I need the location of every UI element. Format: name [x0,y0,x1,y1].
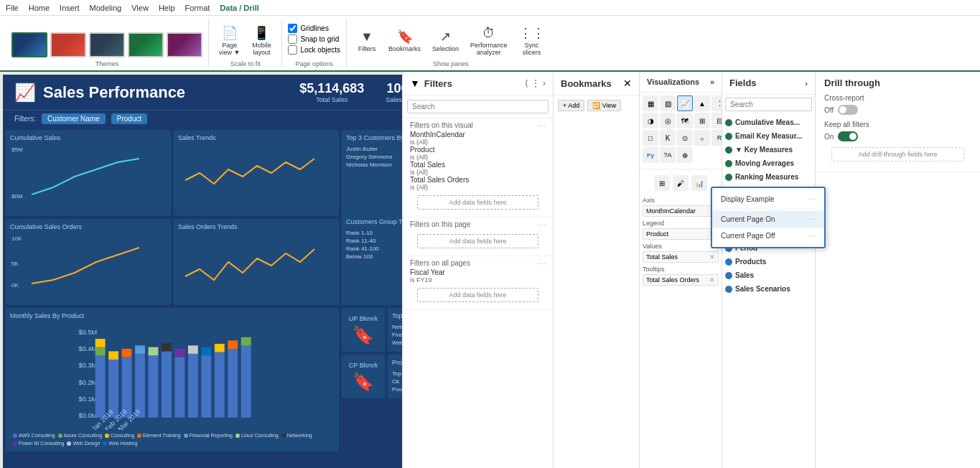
add-fields-page[interactable]: Add data fields here [417,234,538,248]
viz-stacked-icon[interactable]: ▧ [660,95,676,111]
top3-customers-card[interactable]: Top 3 Customers By Sales Justin Butler G… [342,130,402,305]
values-remove-icon[interactable]: ✕ [709,253,715,261]
filters-btn[interactable]: ▼ Filters [353,28,381,54]
field-group-sales-header[interactable]: Sales [725,270,812,281]
bookmarks-view-btn[interactable]: 🔁 View [587,100,621,111]
menu-file[interactable]: File [6,4,19,12]
popup-current-on[interactable]: Current Page On ⋯ [712,211,824,228]
filter-total-orders[interactable]: Total Sales Orders is (All) [410,176,546,191]
viz-pie-icon[interactable]: ◑ [643,113,658,128]
sales-orders-trends-card[interactable]: Sales Orders Trends [174,219,339,305]
lock-objects-check[interactable]: Lock objects [288,45,340,55]
menu-data-drill[interactable]: Data / Drill [220,4,258,12]
bookmarks-btn[interactable]: 🔖 Bookmarks [384,27,425,54]
theme-1[interactable] [11,32,47,57]
filter-search-input[interactable] [407,100,549,113]
field-group-moving-header[interactable]: Moving Averages [725,158,812,169]
cross-report-toggle[interactable]: Off [824,105,971,115]
viz-table-icon[interactable]: ⊞ [694,113,710,128]
menu-view[interactable]: View [131,4,149,12]
filters-on-visual-options[interactable]: ⋯ [538,122,546,130]
perf-btn[interactable]: ⏱ Performanceanalyzer [466,24,512,57]
viz-qna-icon[interactable]: ?A [660,147,676,163]
selection-btn[interactable]: ↗ Selection [428,27,463,54]
theme-3[interactable] [89,32,125,57]
add-fields-all[interactable]: Add data fields here [417,288,538,302]
products-group-card[interactable]: Products Group Top Rankings Top Ok Poor [388,355,402,398]
filters-on-page-options[interactable]: ⋯ [538,221,546,229]
viz-line-icon[interactable]: 📈 [677,95,693,111]
viz-scatter-icon[interactable]: ⁚ [711,95,722,111]
gridlines-check[interactable]: Gridlines [288,24,340,33]
viz-matrix-icon[interactable]: ⊟ [711,113,722,128]
monthly-sales-card[interactable]: Monthly Sales By Product $0.5M $0.4M $0.… [6,308,339,451]
viz-r-icon[interactable]: R [711,130,722,146]
cumulative-sales-orders-card[interactable]: Cumulative Sales Orders 10K 5K 0K [6,219,171,305]
format-icon[interactable]: 🖌 [673,175,689,191]
menu-help[interactable]: Help [159,4,175,12]
viz-custom-icon[interactable]: ⊕ [677,147,693,163]
field-group-cumulative-header[interactable]: Cumulative Meas... [725,117,812,128]
filter-fiscal-year[interactable]: Fiscal Year is FY19 [410,268,546,284]
viz-donut-icon[interactable]: ◎ [660,113,676,128]
values-dropdown[interactable]: Total Sales ✕ [643,251,719,263]
cumulative-sales-card[interactable]: Cumulative Sales $5M $0M Jan 2019 Apr 20… [6,130,171,216]
popup-current-off-options[interactable]: ⋯ [808,232,816,240]
top3-products-card[interactable]: Top 3 Products By Sales Networking Finan… [388,308,402,352]
add-drill-fields-btn[interactable]: Add drill-through fields here [831,147,964,162]
field-group-email-header[interactable]: Email Key Measur... [725,131,812,141]
filters-options-icon[interactable]: ⋮ [531,78,540,88]
viz-funnel-icon[interactable]: ⬦ [694,130,710,146]
page-view-btn[interactable]: 📄 Pageview ▼ [215,24,244,57]
field-group-keymeasures-header[interactable]: ▼ Key Measures [725,144,812,155]
theme-4[interactable] [128,32,164,57]
fields-icon[interactable]: ⊞ [654,175,670,191]
mobile-layout-btn[interactable]: 📱 Mobilelayout [247,24,276,57]
viz-py-icon[interactable]: Py [643,147,658,163]
add-fields-visual[interactable]: Add data fields here [417,195,538,210]
bookmarks-close-icon[interactable]: ✕ [623,78,632,89]
tooltips-remove-icon[interactable]: ✕ [709,276,715,284]
keep-filters-toggle-switch[interactable] [838,131,858,141]
viz-map-icon[interactable]: 🗺 [677,113,693,128]
field-group-ranking-header[interactable]: Ranking Measures [725,172,812,182]
filter-total-sales[interactable]: Total Sales is (All) [410,161,546,176]
filter-product[interactable]: Product is (All) [410,146,546,161]
up-bkmrk-card[interactable]: UP Bkmrk 🔖 [342,308,385,352]
filters-on-all-options[interactable]: ⋯ [538,260,546,268]
popup-current-off[interactable]: Current Page Off ⋯ [712,228,824,244]
snap-grid-check[interactable]: Snap to grid [288,34,340,44]
fields-expand-icon[interactable]: › [805,79,808,88]
theme-5[interactable] [167,32,202,57]
theme-2[interactable] [50,32,86,57]
popup-current-on-options[interactable]: ⋯ [808,215,816,223]
sync-slicers-btn[interactable]: ⋮⋮ Syncslicers [515,24,549,57]
fields-search-input[interactable] [725,98,812,111]
filters-expand-icon[interactable]: ⟨ [525,78,528,88]
axis-dropdown[interactable]: MonthInCalendar ✕ [643,205,719,217]
field-group-scenarios-header[interactable]: Sales Scenarios [725,284,812,294]
keep-filters-toggle[interactable]: On [824,131,971,141]
bookmarks-add-btn[interactable]: + Add [558,100,584,111]
filters-close-icon[interactable]: › [543,78,546,88]
viz-gauge-icon[interactable]: ⊙ [677,130,693,146]
cp-bkmrk-card[interactable]: CP Bkmrk 🔖 [342,355,385,398]
menu-format[interactable]: Format [185,4,210,12]
field-group-products-header[interactable]: Products [725,256,812,267]
viz-card-icon[interactable]: □ [643,130,658,146]
menu-modeling[interactable]: Modeling [90,4,122,12]
viz-area-icon[interactable]: ▲ [694,95,710,111]
menu-insert[interactable]: Insert [60,4,80,12]
analytics-icon[interactable]: 📊 [691,175,707,191]
tooltips-dropdown[interactable]: Total Sales Orders ✕ [643,274,719,286]
legend-dropdown[interactable]: Product ✕ [643,228,719,240]
popup-display-example[interactable]: Display Example ⋯ [712,191,824,207]
viz-expand-icon[interactable]: » [710,78,714,86]
sales-trends-card[interactable]: Sales Trends [174,130,339,216]
popup-display-options[interactable]: ⋯ [808,195,816,203]
filter-monthincalendar[interactable]: MonthInCalendar is (All) [410,131,546,146]
cross-report-toggle-switch[interactable] [838,105,858,115]
viz-bar-icon[interactable]: ▦ [643,95,658,111]
viz-kpi-icon[interactable]: K [660,130,676,146]
customer-name-filter[interactable]: Customer Name [42,113,106,124]
